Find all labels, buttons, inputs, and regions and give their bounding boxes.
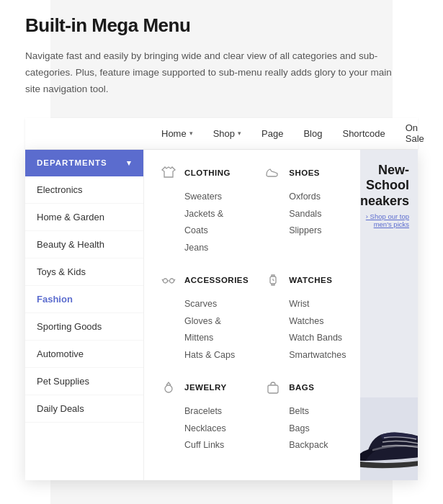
- svg-rect-4: [268, 385, 278, 393]
- svg-point-1: [170, 279, 174, 283]
- jewelry-icon: [158, 377, 179, 397]
- accessories-items: Scarves Gloves & Mittens Hats & Caps: [158, 296, 249, 364]
- shoes-items: Oxfords Sandals Slippers: [263, 189, 346, 240]
- dropdown-main: CLOTHING Sweaters Jackets & Coats Jeans: [144, 150, 360, 480]
- bag-icon: [263, 377, 283, 397]
- menu-section-clothing: CLOTHING Sweaters Jackets & Coats Jeans: [158, 163, 249, 257]
- bags-title: BAGS: [289, 383, 314, 392]
- jewelry-title: JEWELRY: [184, 383, 227, 392]
- list-item[interactable]: Sandals: [289, 206, 346, 223]
- sidebar-item-fashion[interactable]: Fashion: [25, 286, 143, 313]
- accessories-title: ACCESSORIES: [184, 276, 249, 284]
- page-description: Navigate fast and easily by bringing wid…: [25, 48, 400, 98]
- promo-text-block: New-SchoolSneakers › Shop our top men's …: [360, 163, 409, 228]
- watch-icon: [263, 270, 283, 290]
- bags-items: Belts Bags Backpack: [263, 403, 346, 454]
- list-item[interactable]: Bags: [289, 420, 346, 438]
- dropdown-panel: DEPARTMENTS ▾ Electronics Home & Garden …: [25, 150, 418, 480]
- promo-headline: New-SchoolSneakers: [360, 163, 409, 210]
- sidebar-item-daily-deals[interactable]: Daily Deals: [25, 395, 143, 423]
- list-item[interactable]: Oxfords: [289, 189, 346, 206]
- nav-item-blog[interactable]: Blog: [293, 117, 332, 149]
- svg-point-0: [164, 279, 168, 283]
- sidebar-item-home-garden[interactable]: Home & Garden: [25, 204, 143, 231]
- sidebar-header: DEPARTMENTS ▾: [25, 150, 143, 176]
- glasses-icon: [158, 270, 179, 290]
- list-item[interactable]: Necklaces: [184, 420, 249, 438]
- clothing-title: CLOTHING: [184, 168, 231, 177]
- list-item[interactable]: Gloves & Mittens: [184, 313, 249, 348]
- nav-item-shop[interactable]: Shop ▾: [203, 117, 251, 149]
- list-item[interactable]: Slippers: [289, 222, 346, 240]
- menu-section-accessories: ACCESSORIES Scarves Gloves & Mittens Hat…: [158, 270, 249, 364]
- list-item[interactable]: Hats & Caps: [184, 347, 249, 364]
- shoe-icon: [263, 163, 283, 183]
- list-item[interactable]: Bracelets: [184, 403, 249, 420]
- promo-link[interactable]: › Shop our top men's picks: [360, 212, 409, 228]
- menu-section-jewelry: JEWELRY Bracelets Necklaces Cuff Links: [158, 377, 249, 454]
- promo-panel: New-SchoolSneakers › Shop our top men's …: [360, 150, 418, 480]
- list-item[interactable]: Wrist Watches: [289, 296, 346, 330]
- chevron-down-icon: ▾: [238, 130, 241, 137]
- list-item[interactable]: Scarves: [184, 296, 249, 313]
- list-item[interactable]: Watch Bands: [289, 330, 346, 347]
- list-item[interactable]: Smartwatches: [289, 347, 346, 364]
- svg-point-3: [165, 385, 172, 392]
- sidebar-item-pet-supplies[interactable]: Pet Supplies: [25, 368, 143, 395]
- sidebar-item-beauty-health[interactable]: Beauty & Health: [25, 231, 143, 258]
- nav-item-home[interactable]: Home ▾: [151, 117, 203, 149]
- clothing-items: Sweaters Jackets & Coats Jeans: [158, 189, 249, 257]
- shoes-title: SHOES: [289, 168, 320, 177]
- sidebar: DEPARTMENTS ▾ Electronics Home & Garden …: [25, 150, 144, 480]
- sidebar-item-toys-kids[interactable]: Toys & Kids: [25, 258, 143, 286]
- nav-item-shortcode[interactable]: Shortcode: [332, 117, 395, 149]
- nav-bar: Home ▾ Shop ▾ Page Blog Shortcode On Sal…: [25, 118, 418, 150]
- sidebar-item-electronics[interactable]: Electronics: [25, 176, 143, 204]
- shoe-illustration: [360, 397, 418, 480]
- mega-menu-demo: Home ▾ Shop ▾ Page Blog Shortcode On Sal…: [25, 118, 418, 480]
- list-item[interactable]: Jeans: [184, 240, 249, 257]
- watches-title: WATCHES: [289, 276, 332, 284]
- sidebar-item-automotive[interactable]: Automotive: [25, 341, 143, 368]
- menu-section-shoes: SHOES Oxfords Sandals Slippers: [263, 163, 346, 257]
- nav-item-on-sale[interactable]: On Sale: [395, 117, 434, 149]
- shirt-icon: [158, 163, 179, 183]
- list-item[interactable]: Sweaters: [184, 189, 249, 206]
- sidebar-item-sporting-goods[interactable]: Sporting Goods: [25, 313, 143, 341]
- menu-section-watches: WATCHES Wrist Watches Watch Bands Smartw…: [263, 270, 346, 364]
- list-item[interactable]: Backpack: [289, 437, 346, 454]
- jewelry-items: Bracelets Necklaces Cuff Links: [158, 403, 249, 454]
- list-item[interactable]: Cuff Links: [184, 437, 249, 454]
- nav-item-page[interactable]: Page: [251, 117, 293, 149]
- chevron-down-icon: ▾: [189, 130, 193, 137]
- list-item[interactable]: Jackets & Coats: [184, 206, 249, 240]
- watches-items: Wrist Watches Watch Bands Smartwatches: [263, 296, 346, 364]
- page-title: Built-in Mega Menu: [25, 14, 418, 37]
- list-item[interactable]: Belts: [289, 403, 346, 420]
- menu-section-bags: BAGS Belts Bags Backpack: [263, 377, 346, 454]
- chevron-icon: ▾: [127, 158, 132, 168]
